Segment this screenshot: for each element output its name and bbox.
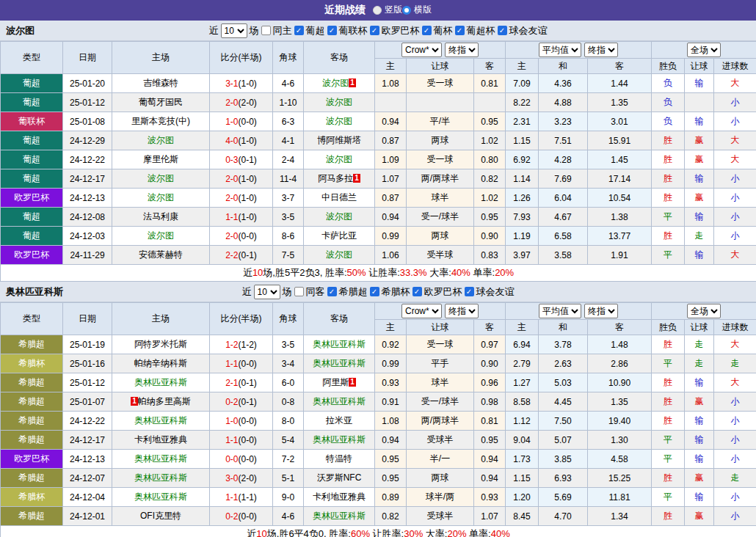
away-team-link[interactable]: 波尔图 <box>322 78 349 88</box>
home-team-link[interactable]: 波尔图 <box>148 230 174 241</box>
home-team-link[interactable]: 吉维森特 <box>143 78 178 88</box>
league-filter-checkbox[interactable]: ✓ <box>327 26 337 35</box>
avg-source-select[interactable]: 平均值 <box>539 43 581 57</box>
match-row: 希腊超 25-01-07 1帕纳多里高斯 0-2(0-1) 0-8 奥林匹亚科斯… <box>1 392 756 412</box>
corners-cell: 3-5 <box>273 208 304 227</box>
odds-stage-select[interactable]: 终指 <box>445 43 479 57</box>
corners-cell: 6-3 <box>273 112 304 131</box>
home-team-link[interactable]: 葡萄牙国民 <box>139 97 183 107</box>
league-filter-checkbox[interactable]: ✓ <box>294 26 304 35</box>
match-count-select[interactable]: 10 <box>221 23 247 38</box>
home-team-link[interactable]: 法马利康 <box>143 211 178 222</box>
league-filter-checkbox[interactable]: ✓ <box>370 26 379 35</box>
home-team-link[interactable]: 奥林匹亚科斯 <box>134 453 187 464</box>
away-team-link[interactable]: 波尔图 <box>326 154 352 164</box>
match-date: 25-01-12 <box>63 373 112 392</box>
away-team-link[interactable]: 特温特 <box>326 453 352 464</box>
home-team-link[interactable]: 帕纳辛纳科斯 <box>134 358 187 368</box>
avg-away-odds: 15.25 <box>588 469 652 488</box>
avg-draw-odds: 4.36 <box>539 74 588 93</box>
away-team-link[interactable]: 波尔图 <box>326 211 352 222</box>
away-team-link[interactable]: 波尔图 <box>326 249 352 260</box>
home-team-link[interactable]: 帕纳多里高斯 <box>138 396 191 406</box>
league-filter-checkbox[interactable]: ✓ <box>327 287 337 296</box>
home-team-link[interactable]: 波尔图 <box>148 135 174 145</box>
handicap-away-odds: 0.94 <box>474 450 506 469</box>
corners-cell: 11-4 <box>273 169 304 189</box>
match-date: 24-12-22 <box>63 150 112 169</box>
layout-radio-horizontal[interactable]: 横版 <box>402 4 432 16</box>
away-team-link[interactable]: 阿里斯 <box>322 377 349 387</box>
home-team-link[interactable]: 奥林匹亚科斯 <box>134 377 187 387</box>
avg-home-odds: 1.12 <box>506 412 539 431</box>
away-team-link[interactable]: 拉米亚 <box>326 415 352 425</box>
score-cell: 1-1(0-0) <box>210 431 273 450</box>
avg-stage-select[interactable]: 终指 <box>584 43 618 57</box>
away-team-link[interactable]: 波尔图 <box>326 116 352 126</box>
avg-source-select[interactable]: 平均值 <box>539 304 581 318</box>
away-team-link[interactable]: 奥林匹亚科斯 <box>313 396 366 406</box>
away-team-link[interactable]: 沃罗斯NFC <box>317 472 362 483</box>
avg-stage-select[interactable]: 终指 <box>584 304 618 318</box>
same-venue-checkbox[interactable] <box>261 26 271 35</box>
away-team-link[interactable]: 卡利地亚雅典 <box>313 492 366 502</box>
topbar: 近期战绩 竖版 横版 <box>0 0 756 21</box>
away-team-link[interactable]: 博阿维斯塔 <box>317 135 361 145</box>
radio-unchecked-icon[interactable] <box>373 6 382 15</box>
league-filter-checkbox[interactable]: ✓ <box>455 26 465 35</box>
league-filter-checkbox[interactable]: ✓ <box>422 26 432 35</box>
result-cell: 平 <box>652 450 685 469</box>
handicap-result-cell: 输 <box>685 373 714 392</box>
home-team-link[interactable]: 卡利地亚雅典 <box>134 434 187 445</box>
handicap-result-cell: 输 <box>685 246 714 265</box>
odds-source-select[interactable]: Crow* <box>401 304 442 318</box>
away-team-cell: 波尔图 <box>304 112 375 131</box>
match-row: 葡超 24-12-22 摩里伦斯 0-3(0-1) 2-4 波尔图 1.09受一… <box>1 150 756 169</box>
scope-select[interactable]: 全场 <box>687 43 721 57</box>
away-team-link[interactable]: 波尔图 <box>326 97 352 107</box>
league-filter-checkbox[interactable]: ✓ <box>412 287 422 296</box>
home-team-link[interactable]: 阿特罗米托斯 <box>134 339 187 349</box>
avg-home-odds: 1.27 <box>506 373 539 392</box>
away-team-link[interactable]: 奥林匹亚科斯 <box>313 434 366 445</box>
corners-cell: 1-10 <box>273 93 304 112</box>
match-date: 24-12-03 <box>63 227 112 246</box>
home-team-link[interactable]: 奥林匹亚科斯 <box>134 492 187 502</box>
layout-radio-vertical[interactable]: 竖版 <box>373 4 402 16</box>
same-venue-checkbox[interactable] <box>294 287 304 296</box>
away-team-link[interactable]: 奥林匹亚科斯 <box>313 511 366 521</box>
home-team-link[interactable]: 波尔图 <box>148 173 174 183</box>
away-team-link[interactable]: 阿马多拉 <box>318 173 353 183</box>
home-team-link[interactable]: 奥林匹亚科斯 <box>134 472 187 483</box>
avg-draw-odds: 3.85 <box>539 450 588 469</box>
home-team-link[interactable]: 里斯本竞技(中) <box>131 116 190 126</box>
away-team-link[interactable]: 中日德兰 <box>321 192 357 202</box>
away-team-cell: 沃罗斯NFC <box>304 469 375 488</box>
league-filter-checkbox[interactable]: ✓ <box>370 287 379 296</box>
odds-stage-select[interactable]: 终指 <box>445 304 479 318</box>
goals-result-cell: 大 <box>714 246 756 265</box>
score-cell: 3-1(1-0) <box>210 74 273 93</box>
result-cell: 胜 <box>652 392 685 412</box>
away-team-link[interactable]: 奥林匹亚科斯 <box>313 358 366 368</box>
odds-source-select[interactable]: Crow* <box>401 43 442 57</box>
handicap-line: 球半 <box>407 373 474 392</box>
match-count-select[interactable]: 10 <box>254 285 280 299</box>
home-team-link[interactable]: 奥林匹亚科斯 <box>134 415 187 425</box>
radio-checked-icon[interactable] <box>402 6 411 15</box>
handicap-home-odds: 0.93 <box>375 373 407 392</box>
away-team-link[interactable]: 奥林匹亚科斯 <box>313 339 366 349</box>
scope-select[interactable]: 全场 <box>687 304 721 318</box>
avg-home-odds: 1.73 <box>506 450 539 469</box>
home-team-cell: 里斯本竞技(中) <box>112 112 210 131</box>
away-team-link[interactable]: 卡萨比亚 <box>321 230 357 241</box>
home-team-link[interactable]: OFI克里特 <box>140 511 181 521</box>
home-team-link[interactable]: 摩里伦斯 <box>143 154 178 164</box>
handicap-result-cell: 输 <box>685 74 714 93</box>
league-filter-checkbox[interactable]: ✓ <box>465 287 474 296</box>
league-filter-checkbox[interactable]: ✓ <box>498 26 507 35</box>
home-team-link[interactable]: 安德莱赫特 <box>139 249 183 260</box>
home-team-link[interactable]: 波尔图 <box>148 192 174 202</box>
column-header: 主场 <box>112 303 210 335</box>
handicap-away-odds: 0.80 <box>474 150 506 169</box>
